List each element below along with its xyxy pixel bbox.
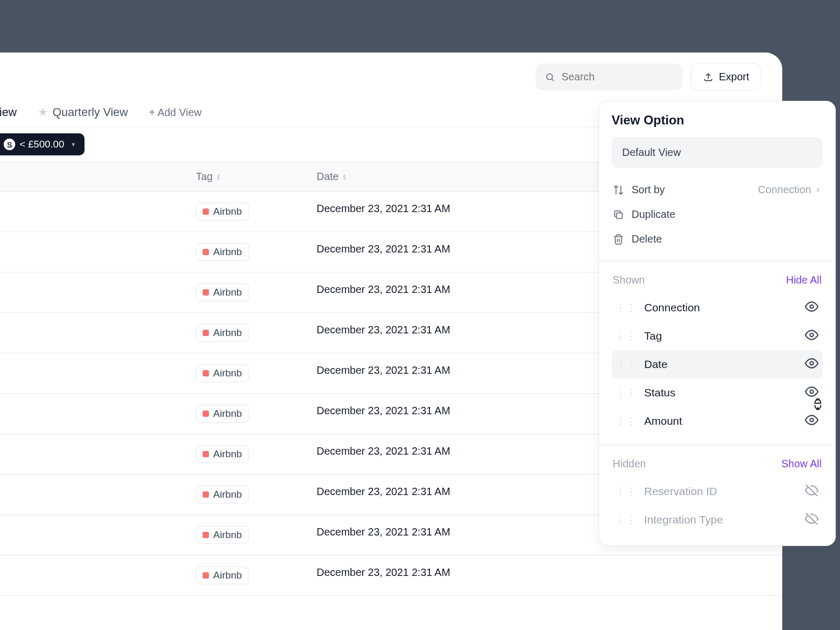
svg-point-10 xyxy=(810,390,814,394)
tag-badge[interactable]: Airbnb xyxy=(196,526,249,544)
tag-color-dot xyxy=(203,532,209,538)
drag-handle-icon[interactable]: ⋮⋮ xyxy=(616,489,637,494)
eye-icon[interactable] xyxy=(805,300,818,316)
cell-tag: Airbnb xyxy=(0,324,317,342)
column-name: Date xyxy=(644,358,797,371)
column-header-date[interactable]: Date ▲▼ xyxy=(317,171,347,183)
tag-color-dot xyxy=(203,330,209,336)
delete-action[interactable]: Delete xyxy=(612,227,823,251)
eye-icon[interactable] xyxy=(805,413,818,429)
tag-color-dot xyxy=(203,572,209,579)
drag-handle-icon[interactable]: ⋮⋮ xyxy=(616,518,637,522)
upload-icon xyxy=(703,72,713,82)
tag-badge[interactable]: Airbnb xyxy=(196,243,249,261)
svg-line-1 xyxy=(552,79,554,81)
column-item[interactable]: ⋮⋮ Amount xyxy=(612,407,823,435)
add-view-button[interactable]: + Add View xyxy=(149,107,202,119)
tab-quarterly-view[interactable]: ★ Quarterly View xyxy=(38,106,128,119)
cell-date: December 23, 2021 2:31 AM xyxy=(317,243,450,261)
tag-color-dot xyxy=(203,208,209,215)
show-all-link[interactable]: Show All xyxy=(781,458,822,470)
tag-label: Airbnb xyxy=(213,246,242,258)
view-option-panel: View Option Default View Sort by Connect… xyxy=(598,101,836,546)
tag-badge[interactable]: Airbnb xyxy=(196,324,249,342)
shown-section-header: Shown Hide All xyxy=(612,271,823,293)
sort-by-action[interactable]: Sort by Connection xyxy=(612,177,823,202)
tag-color-dot xyxy=(203,451,209,457)
tag-color-dot xyxy=(203,249,209,255)
duplicate-icon xyxy=(613,209,624,220)
column-item[interactable]: ⋮⋮ Tag xyxy=(612,322,823,350)
eye-off-icon[interactable] xyxy=(805,512,818,528)
svg-point-0 xyxy=(547,74,552,79)
column-item[interactable]: ⋮⋮ Connection xyxy=(612,293,823,322)
th-date-label: Date xyxy=(317,171,339,183)
cell-tag: Airbnb xyxy=(0,526,317,544)
search-input[interactable] xyxy=(561,71,673,83)
export-button[interactable]: Export xyxy=(691,63,761,91)
sort-icon xyxy=(613,184,624,196)
hidden-label: Hidden xyxy=(613,458,646,470)
drag-handle-icon[interactable]: ⋮⋮ xyxy=(616,419,637,423)
drag-handle-icon[interactable]: ⋮⋮ xyxy=(616,391,637,395)
cell-date: December 23, 2021 2:31 AM xyxy=(317,203,450,220)
tab-yearly-view[interactable]: Yearly View xyxy=(0,106,17,119)
star-icon: ★ xyxy=(38,106,48,119)
svg-point-7 xyxy=(810,305,814,309)
drag-handle-icon[interactable]: ⋮⋮ xyxy=(616,362,637,366)
sort-by-value: Connection xyxy=(758,184,822,196)
tag-badge[interactable]: Airbnb xyxy=(196,364,249,382)
column-item[interactable]: ⋮⋮ Reservation ID xyxy=(612,477,823,506)
tag-badge[interactable]: Airbnb xyxy=(196,284,249,301)
eye-icon[interactable] xyxy=(805,328,818,344)
tab-quarterly-label: Quarterly View xyxy=(52,106,128,119)
column-name: Tag xyxy=(644,330,797,342)
hidden-section-header: Hidden Show All xyxy=(612,455,823,477)
column-item[interactable]: ⋮⋮ Integration Type xyxy=(612,506,823,534)
svg-rect-6 xyxy=(616,213,622,218)
cell-tag: Airbnb xyxy=(0,203,317,220)
column-name: Connection xyxy=(644,301,797,314)
th-tag-label: Tag xyxy=(196,171,213,183)
tag-badge[interactable]: Airbnb xyxy=(196,445,249,463)
column-item[interactable]: ⋮⋮ Status xyxy=(612,379,823,407)
column-name: Amount xyxy=(644,415,797,427)
tag-badge[interactable]: Airbnb xyxy=(196,405,249,423)
tag-label: Airbnb xyxy=(213,368,242,379)
eye-icon[interactable] xyxy=(805,356,818,372)
tag-badge[interactable]: Airbnb xyxy=(196,486,249,503)
tag-label: Airbnb xyxy=(213,287,242,298)
cell-date: December 23, 2021 2:31 AM xyxy=(317,445,450,463)
svg-point-11 xyxy=(810,418,814,422)
duplicate-label: Duplicate xyxy=(632,208,675,220)
shown-label: Shown xyxy=(613,274,645,286)
column-header-tag[interactable]: Tag ▲▼ xyxy=(0,171,317,183)
sort-icon: ▲▼ xyxy=(342,173,347,181)
filter-amount[interactable]: S < £500.00 ▼ xyxy=(0,133,85,155)
filter-amount-label: < £500.00 xyxy=(19,139,64,150)
eye-icon[interactable] xyxy=(805,385,818,401)
tag-badge[interactable]: Airbnb xyxy=(196,203,249,220)
tag-color-dot xyxy=(203,491,209,498)
default-view-box[interactable]: Default View xyxy=(612,137,823,168)
tag-label: Airbnb xyxy=(213,489,242,500)
panel-title: View Option xyxy=(612,113,823,128)
hide-all-link[interactable]: Hide All xyxy=(786,274,822,286)
tag-label: Airbnb xyxy=(213,408,242,419)
cell-date: December 23, 2021 2:31 AM xyxy=(317,324,450,342)
drag-handle-icon[interactable]: ⋮⋮ xyxy=(616,334,637,338)
table-row[interactable]: Airbnb December 23, 2021 2:31 AM xyxy=(0,555,782,596)
eye-off-icon[interactable] xyxy=(805,484,818,499)
column-item[interactable]: ⋮⋮ Date xyxy=(612,350,823,379)
svg-point-8 xyxy=(810,333,814,337)
cell-tag: Airbnb xyxy=(0,405,317,423)
duplicate-action[interactable]: Duplicate xyxy=(612,202,823,227)
tag-color-dot xyxy=(203,411,209,417)
drag-handle-icon[interactable]: ⋮⋮ xyxy=(616,306,637,310)
search-box[interactable] xyxy=(536,64,682,90)
tag-label: Airbnb xyxy=(213,570,242,581)
cell-tag: Airbnb xyxy=(0,486,317,503)
tag-badge[interactable]: Airbnb xyxy=(196,566,249,584)
currency-icon: S xyxy=(4,139,15,150)
cell-tag: Airbnb xyxy=(0,364,317,382)
